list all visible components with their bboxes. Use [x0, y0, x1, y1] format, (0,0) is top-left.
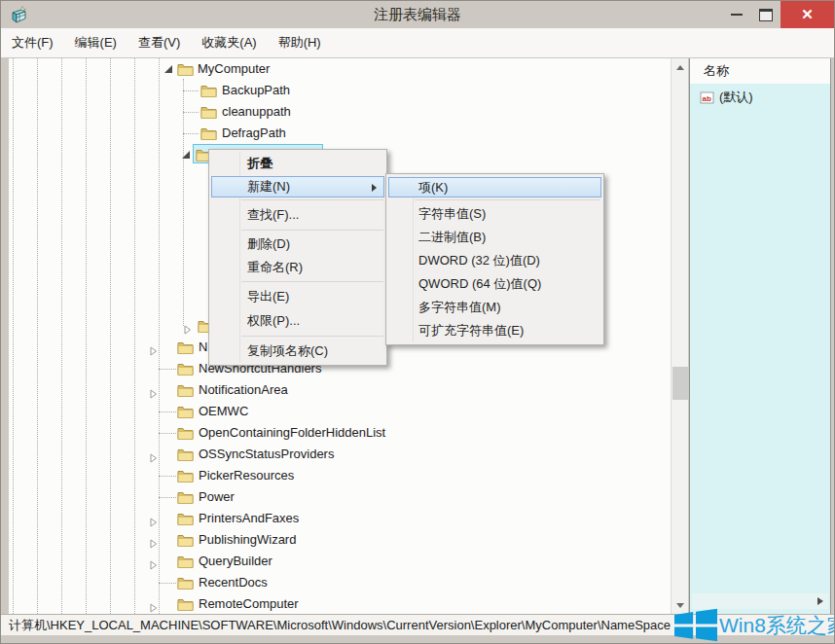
menu-edit[interactable]: 编辑(E) [64, 28, 127, 56]
tree-row[interactable]: RemoteComputer [9, 594, 671, 614]
collapsed-arrow-icon[interactable] [150, 342, 158, 360]
folder-icon [177, 469, 194, 486]
tree-connector [183, 112, 199, 113]
collapsed-arrow-icon[interactable] [150, 385, 158, 403]
menu-separator [241, 336, 383, 337]
tree-row[interactable]: OEMWC [9, 402, 671, 421]
folder-icon [177, 383, 194, 401]
values-list: ab (默认) [690, 84, 830, 614]
folder-icon [200, 84, 217, 101]
menu-separator [415, 199, 600, 200]
menu-help[interactable]: 帮助(H) [268, 28, 332, 56]
tree-row[interactable]: NotificationArea [9, 380, 671, 400]
expanded-arrow-icon[interactable] [164, 65, 172, 73]
watermark-text: Win8系统之家 [719, 612, 835, 639]
submenu-item-binary-value[interactable]: 二进制值(B) [386, 226, 603, 249]
tree-row[interactable]: PublishingWizard [9, 530, 671, 550]
tree-key-label[interactable]: OSSyncStatusProviders [199, 447, 334, 461]
menu-separator [241, 281, 383, 282]
submenu-item-expandable-string-value[interactable]: 可扩充字符串值(E) [386, 319, 603, 342]
collapsed-arrow-icon[interactable] [150, 514, 158, 531]
folder-icon [177, 362, 194, 379]
tree-row[interactable]: DefragPath [9, 124, 671, 143]
tree-key-label[interactable]: OEMWC [199, 404, 248, 418]
tree-key-label[interactable]: Power [199, 489, 235, 504]
tree-row[interactable]: PrintersAndFaxes [9, 509, 671, 528]
tree-row[interactable]: OpenContainingFolderHiddenList [9, 423, 671, 443]
tree-row[interactable]: RecentDocs [9, 573, 671, 592]
menu-item-collapse[interactable]: 折叠 [209, 152, 386, 175]
menu-item-new-label: 新建(N) [247, 178, 290, 196]
menu-separator [241, 199, 383, 200]
collapsed-arrow-icon[interactable] [184, 321, 192, 339]
tree-key-label[interactable]: BackupPath [222, 83, 290, 97]
menu-favorites[interactable]: 收藏夹(A) [191, 28, 267, 56]
menu-file[interactable]: 文件(F) [1, 28, 64, 56]
values-horizontal-scrollbar[interactable] [692, 593, 828, 609]
scroll-up-button[interactable] [672, 58, 689, 75]
submenu-arrow-icon [372, 184, 377, 192]
column-header-name[interactable]: 名称 [690, 58, 830, 84]
tree-key-label[interactable]: DefragPath [222, 125, 286, 140]
tree-row[interactable]: cleanuppath [9, 102, 671, 122]
tree-connector [159, 476, 176, 477]
menu-item-find[interactable]: 查找(F)... [209, 202, 386, 228]
value-row-default[interactable]: ab (默认) [700, 89, 753, 106]
menu-item-permissions[interactable]: 权限(P)... [209, 308, 386, 334]
tree-key-label[interactable]: N [199, 340, 207, 354]
minimize-button[interactable] [722, 1, 751, 28]
submenu-item-qword-value[interactable]: QWORD (64 位)值(Q) [386, 272, 603, 296]
tree-row[interactable]: Power [9, 487, 671, 507]
folder-icon [177, 597, 194, 614]
menu-item-new[interactable]: 新建(N) [211, 176, 384, 197]
folder-icon [177, 533, 194, 551]
tree-key-label[interactable]: RemoteComputer [199, 596, 299, 611]
tree-key-label[interactable]: QueryBuilder [199, 554, 272, 568]
tree-row[interactable]: PickerResources [9, 466, 671, 485]
tree-key-label[interactable]: PublishingWizard [199, 532, 296, 547]
tree-row[interactable]: OSSyncStatusProviders [9, 445, 671, 464]
close-icon: ✕ [801, 6, 814, 23]
folder-icon [177, 447, 194, 465]
expanded-arrow-icon[interactable] [182, 151, 190, 159]
tree-vertical-scrollbar[interactable] [671, 58, 688, 614]
tree-row[interactable]: BackupPath [9, 81, 671, 100]
values-panel: 名称 ab (默认) [689, 58, 831, 614]
submenu-item-string-value[interactable]: 字符串值(S) [386, 202, 603, 226]
tree-connector [183, 90, 199, 91]
titlebar: 注册表编辑器 ✕ [1, 1, 834, 28]
menu-item-rename[interactable]: 重命名(R) [209, 256, 386, 279]
collapsed-arrow-icon[interactable] [150, 449, 158, 467]
tree-connector [183, 133, 199, 134]
folder-icon [177, 490, 194, 508]
submenu-item-key[interactable]: 项(K) [388, 177, 601, 197]
tree-key-label[interactable]: NotificationArea [199, 382, 288, 397]
submenu-item-dword-value[interactable]: DWORD (32 位)值(D) [386, 249, 603, 272]
close-button[interactable]: ✕ [781, 1, 834, 28]
collapsed-arrow-icon[interactable] [150, 599, 158, 614]
folder-icon [177, 62, 194, 80]
maximize-button[interactable] [751, 1, 781, 28]
tree-row[interactable]: QueryBuilder [9, 552, 671, 571]
minimize-icon [731, 14, 743, 16]
tree-key-label[interactable]: PrintersAndFaxes [199, 511, 299, 525]
submenu-item-multi-string-value[interactable]: 多字符串值(M) [386, 296, 603, 319]
new-submenu: 项(K) 字符串值(S) 二进制值(B) DWORD (32 位)值(D) QW… [385, 173, 604, 345]
tree-key-label[interactable]: PickerResources [199, 468, 294, 483]
menu-view[interactable]: 查看(V) [127, 28, 191, 56]
tree-key-label[interactable]: cleanuppath [222, 104, 291, 119]
tree-connector [159, 583, 176, 584]
tree-key-label[interactable]: RecentDocs [199, 575, 268, 590]
collapsed-arrow-icon[interactable] [150, 535, 158, 553]
menu-item-export[interactable]: 导出(E) [209, 284, 386, 308]
folder-icon [177, 340, 194, 358]
tree-key-label[interactable]: OpenContainingFolderHiddenList [199, 425, 385, 440]
collapsed-arrow-icon[interactable] [150, 556, 158, 574]
scroll-up-icon [676, 61, 684, 70]
menu-item-delete[interactable]: 删除(D) [209, 233, 386, 256]
scrollbar-thumb[interactable] [672, 367, 688, 400]
tree-row[interactable]: MyComputer [9, 59, 671, 79]
tree-key-label[interactable]: MyComputer [198, 61, 270, 76]
folder-icon [177, 512, 194, 529]
menu-item-copy-key-name[interactable]: 复制项名称(C) [209, 339, 386, 363]
